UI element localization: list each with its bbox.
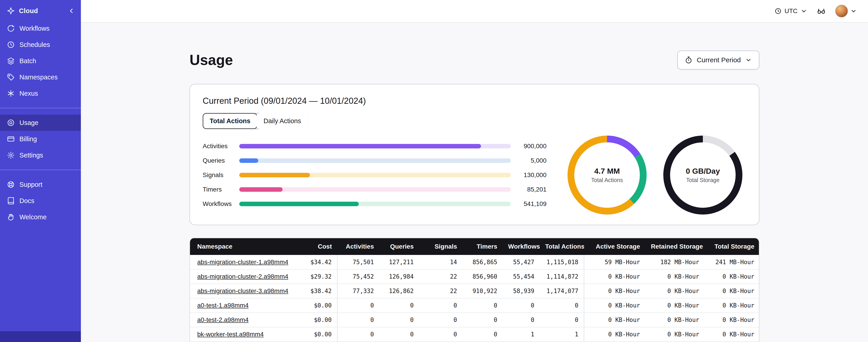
namespace-link[interactable]: a0-test-2.a98mm4	[197, 316, 249, 323]
cell-queries: 126,984	[379, 269, 419, 284]
cell-activities: 0	[337, 313, 379, 327]
namespace-cell[interactable]: abs-migration-cluster-3.a98mm4	[190, 284, 299, 298]
cell-active-storage: 0 KB-Hour	[584, 298, 646, 313]
namespace-usage-table-wrap: NamespaceCostActivitiesQueriesSignalsTim…	[190, 238, 759, 342]
cell-timers: 0	[462, 298, 503, 313]
sidebar-item-namespaces[interactable]: Namespaces	[0, 69, 81, 85]
glasses-button[interactable]	[816, 6, 826, 16]
cell-workflows: 55,427	[503, 255, 540, 269]
namespace-link[interactable]: a0-test-1.a98mm4	[197, 302, 249, 309]
sidebar-item-label: Welcome	[20, 213, 46, 221]
namespace-cell[interactable]: a0-test-2.a98mm4	[190, 313, 299, 327]
namespace-link[interactable]: bk-worker-test.a98mm4	[197, 331, 264, 338]
sidebar-item-workflows[interactable]: Workflows	[0, 20, 81, 37]
clock-icon	[774, 7, 782, 15]
batch-icon	[7, 57, 15, 65]
user-menu-button[interactable]	[835, 4, 857, 18]
cell-total-storage: 0 KB-Hour	[705, 327, 759, 342]
sidebar: Cloud WorkflowsSchedulesBatchNamespacesN…	[0, 0, 81, 342]
hand-wave-icon	[7, 213, 15, 221]
namespace-usage-table: NamespaceCostActivitiesQueriesSignalsTim…	[190, 238, 759, 342]
sidebar-item-nexus[interactable]: Nexus	[0, 85, 81, 102]
sidebar-item-docs[interactable]: Docs	[0, 193, 81, 209]
timezone-label: UTC	[784, 7, 798, 15]
cell-active-storage: 0 KB-Hour	[584, 327, 646, 342]
sidebar-item-support[interactable]: Support	[0, 176, 81, 193]
tab-daily-actions[interactable]: Daily Actions	[256, 113, 308, 129]
cell-signals: 0	[419, 327, 462, 342]
period-selector-button[interactable]: Current Period	[677, 50, 759, 69]
column-header-retained-storage: Retained Storage	[646, 238, 705, 255]
sidebar-item-label: Batch	[20, 57, 36, 65]
bar-fill	[239, 202, 359, 206]
column-header-cost: Cost	[299, 238, 337, 255]
sidebar-item-label: Billing	[20, 135, 37, 143]
namespaces-icon	[7, 73, 15, 81]
bar-track	[239, 187, 511, 192]
bar-label: Activities	[203, 143, 239, 150]
cell-queries: 127,211	[379, 255, 419, 269]
namespace-link[interactable]: abs-migration-cluster-1.a98mm4	[197, 259, 288, 266]
settings-icon	[7, 151, 15, 159]
bar-fill	[239, 144, 481, 148]
cell-total-storage: 0 KB-Hour	[705, 284, 759, 298]
sidebar-item-billing[interactable]: Billing	[0, 131, 81, 147]
bar-value: 130,000	[511, 171, 547, 179]
sidebar-collapse-button[interactable]	[67, 7, 75, 15]
cell-total-storage: 0 KB-Hour	[705, 298, 759, 313]
schedules-icon	[7, 41, 15, 49]
donut-charts: 4.7 MM Total Actions 0 GB/Day Total Stor…	[566, 134, 744, 216]
cell-total-actions: 1,174,077	[540, 284, 584, 298]
sidebar-group-main: WorkflowsSchedulesBatchNamespacesNexus	[0, 20, 81, 102]
glasses-icon	[816, 6, 826, 16]
column-header-total-storage: Total Storage	[705, 238, 759, 255]
bar-row-workflows: Workflows541,109	[203, 197, 547, 211]
bar-value: 5,000	[511, 157, 547, 164]
bar-label: Queries	[203, 157, 239, 164]
cell-activities: 75,452	[337, 269, 379, 284]
cell-active-storage: 0 KB-Hour	[584, 269, 646, 284]
cell-queries: 0	[379, 298, 419, 313]
sidebar-item-batch[interactable]: Batch	[0, 53, 81, 69]
sidebar-item-settings[interactable]: Settings	[0, 147, 81, 163]
cell-signals: 0	[419, 313, 462, 327]
bar-value: 900,000	[511, 143, 547, 150]
content: Usage Current Period Current Period (09/…	[81, 23, 868, 342]
sidebar-item-welcome[interactable]: Welcome	[0, 209, 81, 225]
table-header: NamespaceCostActivitiesQueriesSignalsTim…	[190, 238, 759, 255]
main-area: UTC Usage Current Period	[81, 0, 868, 342]
timezone-selector[interactable]: UTC	[774, 7, 807, 15]
cell-activities: 77,332	[337, 284, 379, 298]
namespace-cell[interactable]: bk-worker-test.a98mm4	[190, 327, 299, 342]
cell-active-storage: 0 KB-Hour	[584, 313, 646, 327]
sidebar-item-label: Support	[20, 181, 42, 189]
temporal-cloud-logo-icon	[7, 7, 15, 15]
namespace-link[interactable]: abs-migration-cluster-2.a98mm4	[197, 273, 288, 280]
cell-workflows: 0	[503, 298, 540, 313]
tab-total-actions[interactable]: Total Actions	[203, 113, 257, 129]
cell-total-storage: 0 KB-Hour	[705, 269, 759, 284]
namespace-link[interactable]: abs-migration-cluster-3.a98mm4	[197, 287, 288, 295]
namespace-cell[interactable]: abs-migration-cluster-1.a98mm4	[190, 255, 299, 269]
namespace-cell[interactable]: a0-test-1.a98mm4	[190, 298, 299, 313]
bar-track	[239, 158, 511, 163]
chevron-down-icon	[800, 7, 807, 15]
sidebar-header: Cloud	[0, 0, 81, 20]
sidebar-item-usage[interactable]: Usage	[0, 114, 81, 131]
cell-timers: 0	[462, 313, 503, 327]
sidebar-item-label: Settings	[20, 151, 43, 159]
actions-bar-chart: Activities900,000Queries5,000Signals130,…	[203, 139, 547, 211]
bar-row-queries: Queries5,000	[203, 153, 547, 168]
page-header: Usage Current Period	[190, 23, 759, 69]
bar-row-signals: Signals130,000	[203, 168, 547, 182]
cell-total-storage: 241 MB-Hour	[705, 255, 759, 269]
namespace-cell[interactable]: abs-migration-cluster-2.a98mm4	[190, 269, 299, 284]
cell-retained-storage: 0 KB-Hour	[646, 284, 705, 298]
sidebar-item-schedules[interactable]: Schedules	[0, 37, 81, 53]
cell-cost: $0.00	[299, 327, 337, 342]
cell-timers: 856,960	[462, 269, 503, 284]
donut-center: 4.7 MM Total Actions	[566, 134, 648, 216]
column-header-total-actions: Total Actions	[540, 238, 584, 255]
sidebar-divider	[0, 108, 81, 108]
bar-value: 541,109	[511, 200, 547, 208]
